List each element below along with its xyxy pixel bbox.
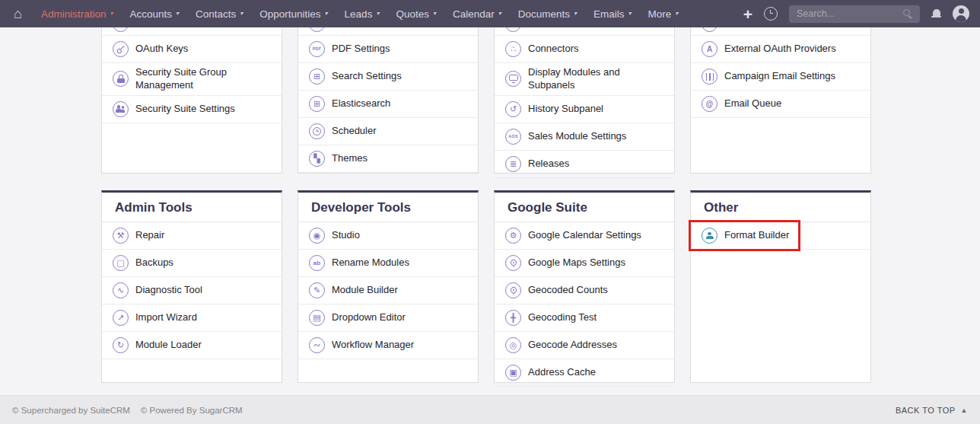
- admin-link-dropdown-editor[interactable]: ▤Dropdown Editor: [298, 304, 478, 332]
- icon-shape: [313, 127, 321, 135]
- icon-glyph: ↺: [510, 105, 517, 113]
- admin-link-email-queue[interactable]: @Email Queue: [691, 91, 870, 118]
- chevron-down-icon: ▾: [240, 11, 243, 17]
- nav-item-emails[interactable]: Emails▾: [585, 8, 640, 20]
- clipped-row: [102, 27, 282, 36]
- sugarcrm-credit: © Powered By SugarCRM: [141, 406, 243, 415]
- admin-link-label: Diagnostic Tool: [135, 284, 202, 297]
- admin-link-repair[interactable]: ⚒Repair: [102, 222, 282, 250]
- admin-link-label: History Subpanel: [528, 103, 603, 116]
- nav-item-opportunities[interactable]: Opportunities▾: [251, 8, 336, 20]
- admin-link-elasticsearch[interactable]: ⊞Elasticsearch: [298, 91, 478, 118]
- admin-link-rename-modules[interactable]: abRename Modules: [298, 250, 478, 277]
- home-icon[interactable]: ⌂: [14, 7, 22, 21]
- letter-a-icon: A: [702, 41, 718, 57]
- person-icon: [702, 228, 718, 244]
- admin-link-releases[interactable]: ≣Releases: [495, 151, 674, 178]
- icon-shape: [114, 43, 127, 56]
- admin-link-address-cache[interactable]: ▣Address Cache: [495, 359, 674, 387]
- icon-glyph: ✎: [313, 286, 320, 295]
- aos-icon: AOS: [505, 129, 521, 145]
- notifications-bell-icon[interactable]: [931, 8, 941, 19]
- admin-link-security-suite-group-management[interactable]: Security Suite Group Management: [102, 63, 282, 96]
- admin-link-module-loader[interactable]: ↻Module Loader: [102, 332, 282, 359]
- icon-shape: [706, 73, 714, 81]
- recently-viewed-clock-icon[interactable]: [764, 7, 778, 21]
- icon-shape: [706, 232, 714, 240]
- admin-link-geocoded-counts[interactable]: Geocoded Counts: [495, 277, 674, 304]
- admin-link-label: Module Loader: [135, 339, 202, 352]
- admin-link-themes[interactable]: ▚Themes: [298, 145, 478, 173]
- nav-label: Calendar: [453, 8, 495, 20]
- admin-link-format-builder[interactable]: Format Builder: [691, 222, 870, 250]
- icon-glyph: ab: [313, 260, 320, 266]
- admin-link-pdf-settings[interactable]: PDFPDF Settings: [298, 36, 478, 63]
- sliders-icon: [702, 69, 718, 84]
- table-icon: ▤: [309, 310, 325, 326]
- admin-link-label: Security Suite Group Management: [135, 66, 271, 92]
- admin-link-label: Email Queue: [724, 97, 781, 110]
- icon-glyph: ≣: [510, 160, 517, 168]
- admin-link-campaign-email-settings[interactable]: Campaign Email Settings: [691, 63, 870, 91]
- admin-link-search-settings[interactable]: ⊞Search Settings: [298, 63, 478, 91]
- admin-link-label: Rename Modules: [332, 257, 409, 269]
- admin-link-label: Security Suite Settings: [135, 103, 235, 116]
- nav-item-quotes[interactable]: Quotes▾: [387, 8, 444, 20]
- icon-shape: [509, 75, 518, 83]
- admin-link-diagnostic-tool[interactable]: ∿Diagnostic Tool: [102, 277, 282, 304]
- admin-link-security-suite-settings[interactable]: Security Suite Settings: [102, 96, 282, 123]
- search-input[interactable]: [789, 5, 920, 23]
- box-icon: ▢: [113, 255, 129, 271]
- nav-item-contacts[interactable]: Contacts▾: [187, 8, 251, 20]
- admin-link-label: Google Calendar Settings: [528, 229, 641, 242]
- icon-shape: [116, 105, 126, 113]
- admin-link-studio[interactable]: ◉Studio: [298, 222, 478, 250]
- crosshair-icon: ╋: [505, 310, 521, 326]
- chevron-down-icon: ▾: [325, 11, 328, 17]
- admin-link-label: Releases: [528, 158, 569, 171]
- panel-top-column-1: OAuth KeysSecurity Suite Group Managemen…: [101, 27, 282, 174]
- nav-item-more[interactable]: More▾: [640, 8, 687, 20]
- admin-link-sales-module-settings[interactable]: AOSSales Module Settings: [495, 123, 674, 151]
- snail-icon: @: [702, 96, 718, 112]
- folder-icon: ▣: [505, 365, 521, 381]
- chevron-down-icon: ▾: [376, 11, 379, 17]
- admin-link-label: Display Modules and Subpanels: [528, 66, 663, 92]
- admin-link-geocode-addresses[interactable]: ◎Geocode Addresses: [495, 332, 674, 359]
- icon-glyph: ⊞: [313, 100, 320, 108]
- admin-link-module-builder[interactable]: ✎Module Builder: [298, 277, 478, 304]
- quick-create-plus-icon[interactable]: +: [743, 6, 752, 22]
- chevron-down-icon: ▾: [574, 11, 577, 17]
- layers-icon: ≣: [505, 156, 521, 172]
- wrench-icon: ⚒: [113, 228, 129, 244]
- gear-icon: ⚙: [505, 228, 521, 244]
- admin-link-google-calendar-settings[interactable]: ⚙Google Calendar Settings: [495, 222, 674, 250]
- admin-link-label: Studio: [332, 229, 360, 242]
- admin-link-scheduler[interactable]: Scheduler: [298, 118, 478, 145]
- admin-link-label: Repair: [135, 229, 164, 242]
- admin-link-google-maps-settings[interactable]: Google Maps Settings: [495, 250, 674, 277]
- nav-label: Quotes: [396, 8, 429, 20]
- up-arrow-icon: ▲: [961, 406, 968, 414]
- admin-link-oauth-keys[interactable]: OAuth Keys: [102, 36, 282, 63]
- clipped-row: [495, 27, 674, 36]
- admin-link-workflow-manager[interactable]: ∾Workflow Manager: [298, 332, 478, 359]
- admin-link-geocoding-test[interactable]: ╋Geocoding Test: [495, 304, 674, 332]
- admin-link-external-oauth-providers[interactable]: AExternal OAuth Providers: [691, 36, 870, 63]
- back-to-top-button[interactable]: BACK TO TOP ▲: [896, 406, 968, 415]
- nav-item-accounts[interactable]: Accounts▾: [121, 8, 187, 20]
- icon-glyph: ∴: [511, 45, 516, 53]
- nav-item-administration[interactable]: Administration▾: [33, 8, 122, 20]
- user-avatar[interactable]: [953, 5, 969, 22]
- admin-link-backups[interactable]: ▢Backups: [102, 250, 282, 277]
- nav-item-documents[interactable]: Documents▾: [510, 8, 585, 20]
- nav-item-leads[interactable]: Leads▾: [336, 8, 388, 20]
- chevron-down-icon: ▾: [110, 11, 113, 17]
- admin-link-import-wizard[interactable]: ↗Import Wizard: [102, 304, 282, 332]
- admin-link-connectors[interactable]: ∴Connectors: [495, 36, 674, 63]
- admin-link-label: OAuth Keys: [135, 43, 188, 56]
- admin-link-history-subpanel[interactable]: ↺History Subpanel: [495, 96, 674, 123]
- admin-link-display-modules-and-subpanels[interactable]: Display Modules and Subpanels: [495, 63, 674, 96]
- pdf-icon: PDF: [309, 41, 325, 57]
- nav-item-calendar[interactable]: Calendar▾: [444, 8, 510, 20]
